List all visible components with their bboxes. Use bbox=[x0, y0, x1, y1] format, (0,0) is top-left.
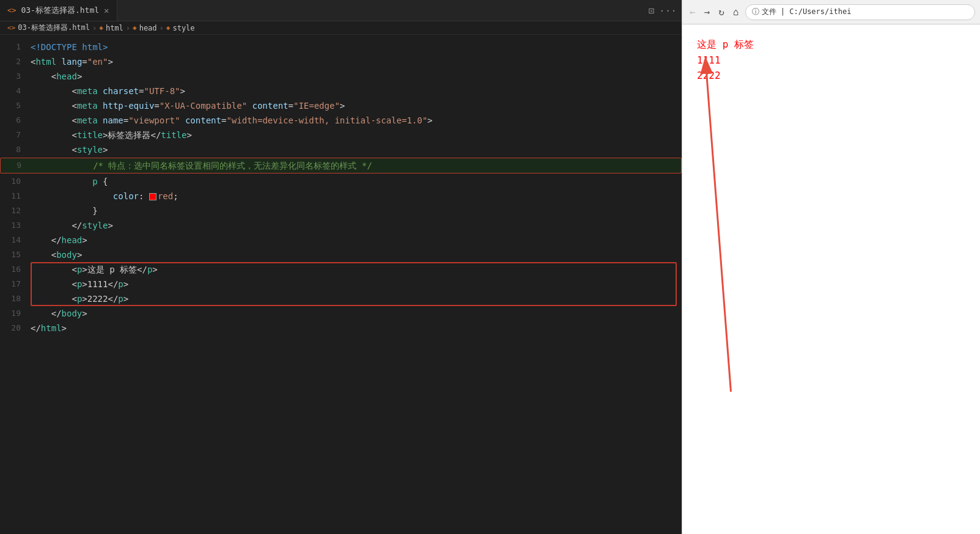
breadcrumb-sep1: › bbox=[92, 24, 97, 32]
browser-panel: ← → ↻ ⌂ ⓘ 文件 | C:/Users/ithei 这是 p 标签 11… bbox=[682, 0, 980, 534]
code-line-8: 8 <style> bbox=[0, 142, 682, 157]
breadcrumb-sep3: › bbox=[160, 24, 164, 32]
line-number: 14 bbox=[0, 233, 31, 247]
line-number: 13 bbox=[0, 218, 31, 233]
back-button[interactable]: ← bbox=[687, 5, 698, 19]
line-content: <p>1111</p> bbox=[31, 277, 682, 291]
more-actions-icon[interactable]: ··· bbox=[659, 5, 677, 16]
line-content: </style> bbox=[31, 218, 682, 233]
code-line-17: 17 <p>1111</p> bbox=[0, 277, 682, 291]
code-line-12: 12 } bbox=[0, 203, 682, 218]
line-number: 6 bbox=[0, 113, 31, 128]
line-number: 16 bbox=[0, 262, 31, 277]
editor-panel: <> 03-标签选择器.html ✕ ⊡ ··· <> 03-标签选择器.htm… bbox=[0, 0, 682, 534]
split-editor-icon[interactable]: ⊡ bbox=[648, 5, 654, 16]
line-content: <meta http-equiv="X-UA-Compatible" conte… bbox=[31, 98, 682, 113]
line-number: 10 bbox=[0, 174, 31, 189]
home-button[interactable]: ⌂ bbox=[731, 5, 742, 19]
line-content: <meta name="viewport" content="width=dev… bbox=[31, 113, 682, 128]
editor-tab[interactable]: <> 03-标签选择器.html ✕ bbox=[0, 0, 117, 21]
line-number: 1 bbox=[0, 40, 31, 54]
line-number: 20 bbox=[0, 321, 31, 335]
code-line-16: 16 <p>这是 p 标签</p> bbox=[0, 262, 682, 277]
code-line-7: 7 <title>标签选择器</title> bbox=[0, 128, 682, 142]
line-content: <head> bbox=[31, 69, 682, 84]
tab-bar: <> 03-标签选择器.html ✕ ⊡ ··· bbox=[0, 0, 682, 21]
breadcrumb: <> 03-标签选择器.html › ◈ html › ◈ head › ◈ s… bbox=[0, 21, 682, 35]
breadcrumb-style[interactable]: style bbox=[172, 24, 194, 32]
code-line-14: 14 </head> bbox=[0, 233, 682, 247]
tab-label: 03-标签选择器.html bbox=[21, 5, 99, 16]
code-area[interactable]: 1 <!DOCTYPE html> 2 <html lang="en"> 3 <… bbox=[0, 35, 682, 534]
line-content: <meta charset="UTF-8"> bbox=[31, 84, 682, 98]
code-line-15: 15 <body> bbox=[0, 247, 682, 262]
line-number: 12 bbox=[0, 203, 31, 218]
line-number: 8 bbox=[0, 142, 31, 157]
line-number: 18 bbox=[0, 291, 31, 306]
code-line-13: 13 </style> bbox=[0, 218, 682, 233]
line-number: 3 bbox=[0, 69, 31, 84]
line-content: </html> bbox=[31, 321, 682, 335]
boxed-lines-container: 16 <p>这是 p 标签</p> 17 <p>1111</p> 18 <p>2… bbox=[0, 262, 682, 306]
breadcrumb-file[interactable]: 03-标签选择器.html bbox=[18, 23, 90, 33]
breadcrumb-head[interactable]: head bbox=[139, 24, 157, 32]
line-content: p { bbox=[31, 174, 682, 189]
tab-actions: ⊡ ··· bbox=[643, 0, 682, 21]
annotation-arrow bbox=[682, 24, 980, 534]
line-number: 2 bbox=[0, 54, 31, 69]
breadcrumb-html[interactable]: html bbox=[106, 24, 123, 32]
line-content: color: red; bbox=[31, 189, 682, 203]
forward-button[interactable]: → bbox=[702, 5, 713, 19]
svg-line-1 bbox=[707, 74, 731, 392]
address-text: 文件 | C:/Users/ithei bbox=[762, 7, 852, 17]
code-line-18: 18 <p>2222</p> bbox=[0, 291, 682, 306]
line-number: 7 bbox=[0, 128, 31, 142]
code-icon: <> bbox=[7, 6, 16, 15]
line-content: <p>2222</p> bbox=[31, 291, 682, 306]
reload-button[interactable]: ↻ bbox=[716, 5, 727, 19]
color-swatch-red bbox=[149, 193, 157, 200]
breadcrumb-file-icon: <> bbox=[7, 24, 15, 32]
code-line-11: 11 color: red; bbox=[0, 189, 682, 203]
address-protocol-icon: ⓘ bbox=[752, 7, 759, 17]
line-number: 15 bbox=[0, 247, 31, 262]
breadcrumb-sep2: › bbox=[126, 24, 130, 32]
line-content: } bbox=[31, 203, 682, 218]
line-content: <p>这是 p 标签</p> bbox=[31, 262, 682, 277]
address-bar[interactable]: ⓘ 文件 | C:/Users/ithei bbox=[745, 4, 975, 20]
line-content: <style> bbox=[31, 142, 682, 157]
tab-spacer bbox=[117, 0, 644, 21]
browser-paragraph-1: 这是 p 标签 bbox=[697, 37, 965, 53]
line-number: 11 bbox=[0, 189, 31, 203]
line-content: <!DOCTYPE html> bbox=[31, 40, 682, 54]
close-tab-button[interactable]: ✕ bbox=[104, 5, 109, 15]
code-line-10: 10 p { bbox=[0, 174, 682, 189]
code-line-5: 5 <meta http-equiv="X-UA-Compatible" con… bbox=[0, 98, 682, 113]
code-line-19: 19 </body> bbox=[0, 306, 682, 321]
line-number: 19 bbox=[0, 306, 31, 321]
line-number: 9 bbox=[1, 158, 31, 173]
line-content: </head> bbox=[31, 233, 682, 247]
line-number: 4 bbox=[0, 84, 31, 98]
browser-content: 这是 p 标签 1111 2222 bbox=[682, 24, 980, 534]
code-line-2: 2 <html lang="en"> bbox=[0, 54, 682, 69]
code-line-4: 4 <meta charset="UTF-8"> bbox=[0, 84, 682, 98]
breadcrumb-head-icon: ◈ bbox=[133, 24, 137, 32]
breadcrumb-style-icon: ◈ bbox=[166, 24, 171, 32]
line-content: <title>标签选择器</title> bbox=[31, 128, 682, 142]
browser-paragraph-2: 1111 bbox=[697, 53, 965, 68]
browser-paragraph-3: 2222 bbox=[697, 68, 965, 84]
browser-toolbar: ← → ↻ ⌂ ⓘ 文件 | C:/Users/ithei bbox=[682, 0, 980, 24]
code-line-3: 3 <head> bbox=[0, 69, 682, 84]
line-number: 5 bbox=[0, 98, 31, 113]
line-content: <html lang="en"> bbox=[31, 54, 682, 69]
code-line-6: 6 <meta name="viewport" content="width=d… bbox=[0, 113, 682, 128]
code-line-20: 20 </html> bbox=[0, 321, 682, 335]
line-number: 17 bbox=[0, 277, 31, 291]
line-content: <body> bbox=[31, 247, 682, 262]
code-line-1: 1 <!DOCTYPE html> bbox=[0, 40, 682, 54]
line-content: /* 特点：选中同名标签设置相同的样式，无法差异化同名标签的样式 */ bbox=[31, 158, 681, 173]
code-line-9: 9 /* 特点：选中同名标签设置相同的样式，无法差异化同名标签的样式 */ bbox=[0, 158, 682, 174]
breadcrumb-html-icon: ◈ bbox=[99, 24, 103, 32]
line-content: </body> bbox=[31, 306, 682, 321]
